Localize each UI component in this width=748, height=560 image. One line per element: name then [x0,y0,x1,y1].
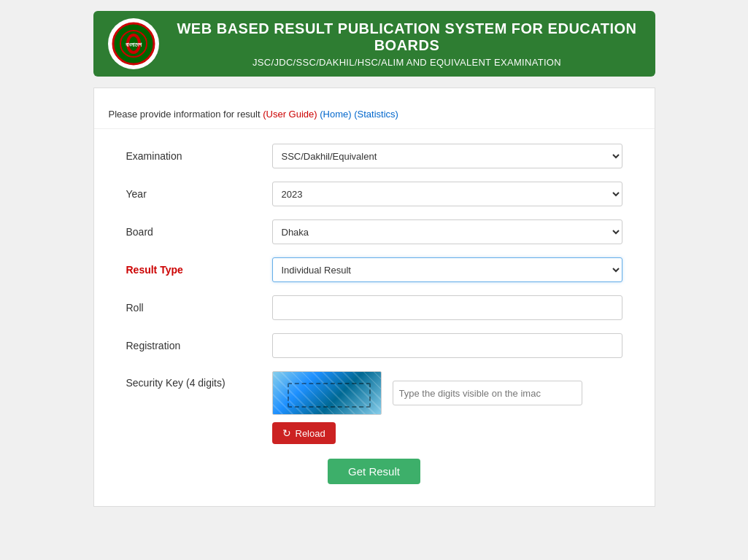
reload-row: ↻ Reload [126,422,622,444]
reload-icon: ↻ [282,427,291,439]
roll-row: Roll [126,295,622,320]
info-text: Please provide information for result [109,109,261,120]
info-bar: Please provide information for result (U… [94,103,655,129]
year-row: Year 2023 2022 2021 2020 [126,182,622,206]
logo: বাংলাদেশ [108,18,159,69]
registration-row: Registration [126,333,622,358]
statistics-link[interactable]: (Statistics) [354,109,398,120]
result-type-select[interactable]: Individual Result Institutional Result [272,257,622,282]
header-text: WEB BASED RESULT PUBLICATION SYSTEM FOR … [174,20,641,68]
reload-label: Reload [296,428,325,439]
user-guide-link[interactable]: (User Guide) [263,109,317,120]
registration-input[interactable] [272,333,622,358]
get-result-button[interactable]: Get Result [328,459,420,484]
board-label: Board [126,226,272,238]
result-type-label: Result Type [126,264,272,276]
svg-text:বাংলাদেশ: বাংলাদেশ [126,42,142,48]
header-banner: বাংলাদেশ WEB BASED RESULT PUBLICATION SY… [93,11,655,77]
header-subtitle: JSC/JDC/SSC/DAKHIL/HSC/ALIM AND EQUIVALE… [174,57,641,68]
security-key-content [272,371,622,415]
form-container: Examination SSC/Dakhil/Equivalent HSC/Al… [126,144,622,484]
board-select[interactable]: Dhaka Chittagong Rajshahi Sylhet Comilla… [272,219,622,244]
year-select[interactable]: 2023 2022 2021 2020 [272,182,622,206]
home-link[interactable]: (Home) [320,109,351,120]
roll-input[interactable] [272,295,622,320]
header-title: WEB BASED RESULT PUBLICATION SYSTEM FOR … [174,20,641,54]
examination-row: Examination SSC/Dakhil/Equivalent HSC/Al… [126,144,622,168]
examination-label: Examination [126,150,272,162]
reload-button[interactable]: ↻ Reload [272,422,336,444]
examination-select[interactable]: SSC/Dakhil/Equivalent HSC/Alim/Equivalen… [272,144,622,168]
captcha-input[interactable] [393,381,582,405]
page-wrapper: বাংলাদেশ WEB BASED RESULT PUBLICATION SY… [0,11,748,560]
captcha-image [272,371,382,415]
roll-label: Roll [126,302,272,314]
registration-label: Registration [126,340,272,351]
security-key-row: Security Key (4 digits) [126,371,622,415]
year-label: Year [126,188,272,200]
submit-row: Get Result [126,459,622,484]
security-key-label: Security Key (4 digits) [126,371,272,389]
result-type-row: Result Type Individual Result Institutio… [126,257,622,282]
board-row: Board Dhaka Chittagong Rajshahi Sylhet C… [126,219,622,244]
main-content: Please provide information for result (U… [93,88,655,507]
